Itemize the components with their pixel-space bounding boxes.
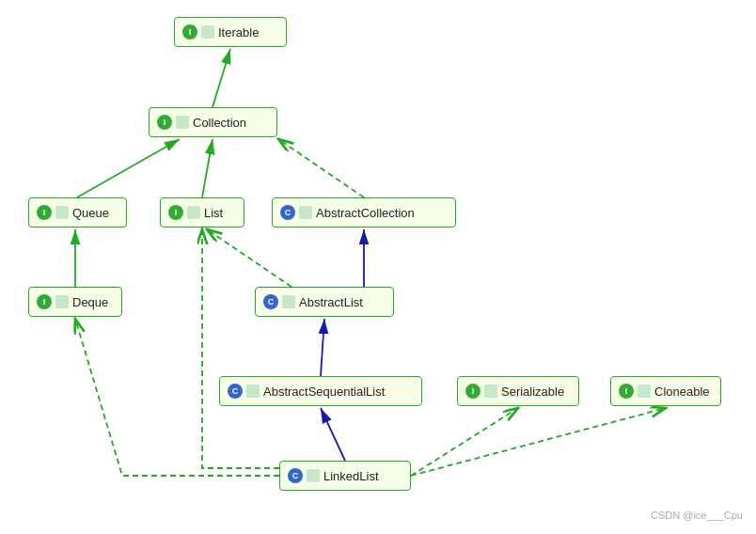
badge-deque: I (37, 294, 52, 309)
svg-line-5 (207, 229, 291, 287)
badge-abstractsequentiallist: C (228, 384, 243, 399)
node-linkedlist: C LinkedList (279, 461, 411, 491)
badge-linkedlist: C (288, 468, 303, 483)
node-abstractcollection: C AbstractCollection (272, 197, 456, 228)
node-list: I List (160, 197, 244, 228)
arrows-svg (0, 0, 756, 534)
node-queue: I Queue (28, 197, 127, 228)
svg-line-8 (321, 408, 345, 461)
svg-line-2 (202, 139, 213, 197)
node-collection: I Collection (149, 107, 277, 137)
node-abstractsequentiallist: C AbstractSequentialList (219, 376, 422, 406)
label-cloneable: Cloneable (654, 385, 710, 399)
icon-collection (176, 116, 189, 129)
badge-list: I (168, 205, 183, 220)
svg-line-9 (411, 408, 518, 476)
icon-list (187, 206, 200, 219)
icon-queue (55, 206, 69, 219)
icon-iterable (201, 25, 214, 39)
badge-cloneable: I (619, 384, 634, 399)
watermark: CSDN @ice___Cpu (651, 510, 743, 521)
label-serializable: Serializable (501, 385, 564, 399)
svg-line-3 (278, 139, 364, 197)
label-linkedlist: LinkedList (323, 469, 379, 483)
icon-abstractsequentiallist (246, 385, 260, 398)
svg-line-0 (213, 49, 230, 107)
icon-abstractcollection (299, 206, 312, 219)
badge-abstractlist: C (263, 294, 278, 309)
node-serializable: I Serializable (457, 376, 579, 406)
svg-line-7 (321, 319, 324, 376)
icon-cloneable (638, 385, 651, 398)
icon-serializable (484, 385, 497, 398)
node-abstractlist: C AbstractList (255, 287, 394, 317)
label-abstractcollection: AbstractCollection (316, 206, 415, 220)
label-queue: Queue (72, 206, 109, 220)
icon-abstractlist (282, 295, 295, 308)
node-iterable: I Iterable (174, 17, 287, 47)
svg-line-1 (77, 139, 180, 197)
label-deque: Deque (72, 295, 108, 309)
label-abstractsequentiallist: AbstractSequentialList (263, 385, 385, 399)
diagram-container: I Iterable I Collection I Queue I List C… (0, 0, 756, 534)
badge-collection: I (157, 115, 172, 130)
node-cloneable: I Cloneable (610, 376, 721, 406)
icon-deque (55, 295, 69, 308)
icon-linkedlist (307, 469, 320, 482)
badge-abstractcollection: C (280, 205, 295, 220)
svg-line-10 (411, 408, 666, 476)
badge-iterable: I (182, 24, 197, 39)
label-collection: Collection (193, 116, 246, 130)
badge-serializable: I (465, 384, 480, 399)
label-abstractlist: AbstractList (299, 295, 363, 309)
badge-queue: I (37, 205, 52, 220)
label-iterable: Iterable (218, 25, 259, 39)
label-list: List (204, 206, 223, 220)
node-deque: I Deque (28, 287, 122, 317)
